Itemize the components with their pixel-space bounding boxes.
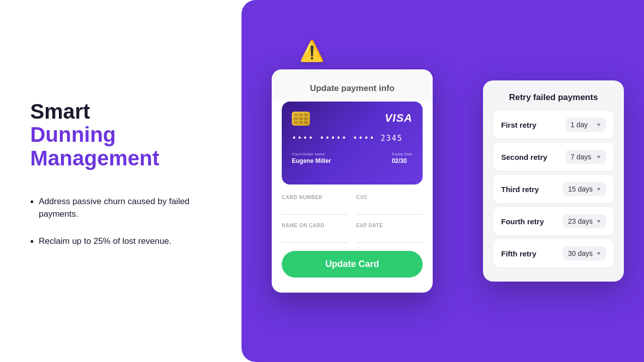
- exp-label: EXP DATE: [356, 223, 423, 228]
- credit-card: VISA •••• ••••• •••• 2345 Card Holder na…: [282, 102, 423, 185]
- visa-logo: VISA: [385, 112, 413, 125]
- retry-value-3: 15 days: [568, 185, 593, 193]
- heading-smart: Smart: [30, 100, 211, 123]
- retry-select-5[interactable]: 30 days: [563, 246, 606, 260]
- bullet-2: Reclaim up to 25% of lost revenue.: [30, 235, 211, 248]
- card-expiry: Expiry Date 02/30: [392, 152, 413, 164]
- payment-modal-header: Update payment info: [272, 69, 433, 102]
- name-exp-row: NAME ON CARD EXP DATE: [282, 223, 423, 243]
- bullet-1: Address passive churn caused by failed p…: [30, 195, 211, 221]
- retry-row-2: Second retry 7 days: [493, 143, 614, 171]
- card-number-field: CARD NUMBER: [282, 195, 348, 215]
- retry-select-3[interactable]: 15 days: [563, 182, 606, 196]
- retry-label-3: Third retry: [501, 185, 539, 194]
- chevron-down-icon-3: [597, 188, 601, 191]
- left-panel: Smart Dunning Management Address passive…: [0, 0, 242, 362]
- name-field: NAME ON CARD: [282, 223, 348, 243]
- chevron-down-icon-5: [597, 252, 601, 255]
- cvc-field: CVC: [356, 195, 423, 215]
- feature-bullets: Address passive churn caused by failed p…: [30, 195, 211, 248]
- retry-value-5: 30 days: [568, 249, 593, 257]
- update-card-button[interactable]: Update Card: [282, 251, 423, 278]
- right-panel: ⚠️ Update payment info VISA •••• ••••• •…: [242, 0, 644, 362]
- chip-icon: [292, 112, 310, 126]
- retry-row-3: Third retry 15 days: [493, 175, 614, 203]
- expiry-date: 02/30: [392, 157, 413, 164]
- retry-value-4: 23 days: [568, 217, 593, 225]
- retry-row-5: Fifth retry 30 days: [493, 239, 614, 267]
- left-content: Smart Dunning Management Address passive…: [30, 100, 211, 262]
- card-number-label: CARD NUMBER: [282, 195, 348, 200]
- card-number-input[interactable]: [282, 202, 348, 215]
- retry-select-4[interactable]: 23 days: [563, 214, 606, 228]
- retry-select-2[interactable]: 7 days: [566, 150, 606, 164]
- chevron-down-icon-1: [597, 124, 601, 126]
- card-holder: Card Holder name Eugene Miller: [292, 152, 331, 164]
- chevron-down-icon-4: [597, 220, 601, 223]
- expiry-label: Expiry Date: [392, 152, 413, 156]
- retry-row-1: First retry 1 day: [493, 111, 614, 139]
- cvc-input[interactable]: [356, 202, 423, 215]
- warning-icon: ⚠️: [299, 39, 325, 63]
- retry-label-5: Fifth retry: [501, 249, 536, 258]
- heading-dunning: Dunning Management: [30, 123, 211, 169]
- cvc-label: CVC: [356, 195, 423, 200]
- chevron-down-icon-2: [597, 156, 601, 158]
- retry-label-2: Second retry: [501, 153, 547, 161]
- name-label: NAME ON CARD: [282, 223, 348, 228]
- name-input[interactable]: [282, 230, 348, 243]
- retry-panel-title: Retry failed payments: [493, 93, 614, 103]
- card-number: •••• ••••• •••• 2345: [292, 134, 413, 143]
- card-holder-name: Eugene Miller: [292, 157, 331, 164]
- payment-modal: Update payment info VISA •••• ••••• ••••…: [272, 69, 433, 293]
- form-section: CARD NUMBER CVC NAME ON CARD EXP DATE: [272, 195, 433, 243]
- exp-field: EXP DATE: [356, 223, 423, 243]
- card-cvc-row: CARD NUMBER CVC: [282, 195, 423, 215]
- retry-label-1: First retry: [501, 121, 536, 129]
- retry-label-4: Fourth retry: [501, 217, 544, 226]
- main-heading: Smart Dunning Management: [30, 100, 211, 170]
- retry-value-1: 1 day: [571, 121, 588, 129]
- retry-row-4: Fourth retry 23 days: [493, 207, 614, 235]
- exp-input[interactable]: [356, 230, 423, 243]
- card-details-row: Card Holder name Eugene Miller Expiry Da…: [292, 152, 413, 164]
- card-holder-label: Card Holder name: [292, 152, 331, 156]
- retry-panel: Retry failed payments First retry 1 day …: [483, 80, 624, 282]
- retry-select-1[interactable]: 1 day: [566, 118, 606, 132]
- retry-value-2: 7 days: [571, 153, 591, 161]
